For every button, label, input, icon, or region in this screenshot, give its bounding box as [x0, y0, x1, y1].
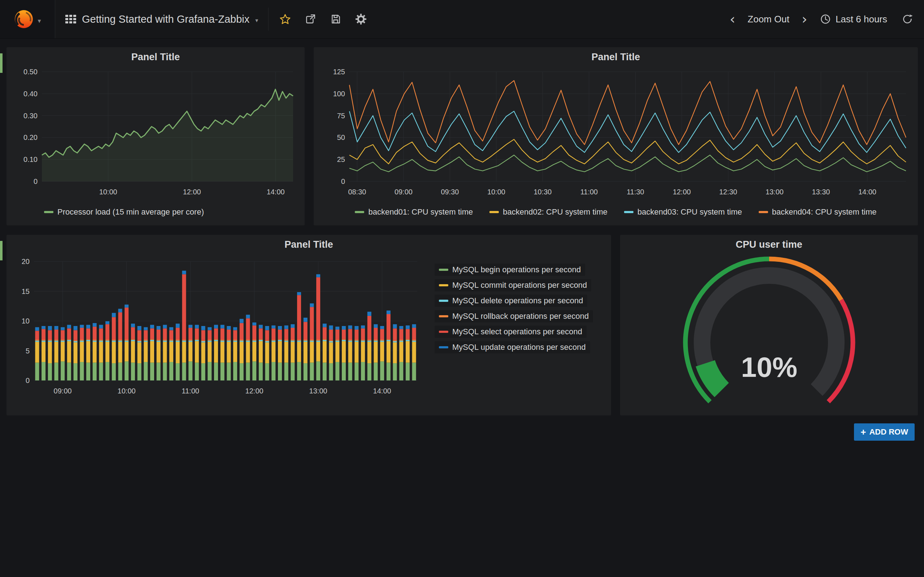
svg-text:10:30: 10:30 [533, 188, 551, 196]
dashboard-settings-button[interactable] [353, 10, 369, 28]
legend-item-backend01-cpu-system-time[interactable]: backend01: CPU system time [355, 207, 473, 217]
svg-text:5: 5 [26, 347, 30, 355]
legend-item-mysql-begin-operations-per-second[interactable]: MySQL begin operations per second [435, 264, 585, 276]
legend-item-mysql-select-operations-per-second[interactable]: MySQL select operations per second [435, 326, 586, 338]
legend-label: backend03: CPU system time [637, 207, 742, 217]
star-icon [279, 13, 291, 25]
dashboard-actions [268, 10, 378, 28]
legend-color-dash [489, 211, 499, 213]
row-collapse-handle[interactable] [0, 53, 3, 73]
legend-label: backend04: CPU system time [772, 207, 877, 217]
legend-label: Processor load (15 min average per core) [57, 207, 204, 217]
chevron-left-icon: ‹ [728, 12, 737, 26]
legend-label: MySQL rollback operations per second [452, 311, 589, 321]
svg-text:10%: 10% [741, 351, 797, 383]
clock-icon [820, 13, 831, 25]
svg-text:08:30: 08:30 [348, 188, 366, 196]
svg-text:0.40: 0.40 [23, 90, 37, 98]
legend-item-backend02-cpu-system-time[interactable]: backend02: CPU system time [489, 207, 607, 217]
mysql-operations-chart[interactable]: 0510152009:0010:0011:0012:0013:0014:00 [9, 256, 424, 400]
legend-item-backend04-cpu-system-time[interactable]: backend04: CPU system time [759, 207, 877, 217]
legend-color-dash [759, 211, 768, 213]
panel-title[interactable]: Panel Title [6, 47, 305, 67]
panel-title[interactable]: Panel Title [6, 235, 611, 254]
svg-text:25: 25 [337, 155, 345, 163]
svg-text:10: 10 [22, 317, 30, 325]
time-forward-button[interactable]: › [796, 10, 813, 28]
svg-text:15: 15 [22, 287, 30, 295]
share-dashboard-button[interactable] [302, 10, 318, 28]
svg-text:14:00: 14:00 [373, 387, 391, 395]
title-dropdown-caret-icon: ▾ [255, 17, 258, 24]
star-dashboard-button[interactable] [277, 10, 293, 28]
svg-text:12:00: 12:00 [246, 387, 263, 395]
share-icon [304, 13, 317, 25]
legend-color-dash [439, 346, 448, 348]
svg-text:0.20: 0.20 [23, 134, 37, 141]
navbar: ▾ Getting Started with Grafana-Zabbix ▾ [0, 0, 924, 39]
legend-label: backend02: CPU system time [503, 207, 607, 217]
save-dashboard-button[interactable] [328, 10, 344, 28]
legend-item-mysql-update-operations-per-second[interactable]: MySQL update operations per second [435, 341, 590, 353]
legend-label: MySQL update operations per second [452, 343, 586, 352]
legend-color-dash [624, 211, 633, 213]
panel-title[interactable]: CPU user time [620, 235, 918, 254]
cpu-system-time-chart[interactable]: 025507510012508:3009:0009:3010:0010:3011… [318, 67, 914, 201]
legend-label: backend01: CPU system time [368, 207, 473, 217]
legend-item-mysql-rollback-operations-per-second[interactable]: MySQL rollback operations per second [435, 310, 593, 322]
svg-text:14:00: 14:00 [858, 188, 876, 196]
svg-text:12:00: 12:00 [183, 188, 201, 196]
svg-text:09:00: 09:00 [54, 387, 72, 395]
legend-color-dash [439, 315, 448, 318]
panel-title[interactable]: Panel Title [313, 47, 918, 67]
legend-item-mysql-commit-operations-per-second[interactable]: MySQL commit operations per second [435, 279, 591, 292]
processor-load-legend: Processor load (15 min average per core) [6, 201, 305, 217]
svg-text:10:00: 10:00 [487, 188, 505, 196]
refresh-dashboard-button[interactable] [900, 10, 915, 28]
legend-label: MySQL begin operations per second [452, 265, 581, 274]
dashboard-title: Getting Started with Grafana-Zabbix [82, 13, 249, 25]
dashboard-title-dropdown[interactable]: Getting Started with Grafana-Zabbix ▾ [55, 0, 268, 38]
svg-text:125: 125 [333, 68, 345, 76]
zoom-out-button[interactable]: Zoom Out [745, 14, 792, 25]
add-row-button[interactable]: + ADD ROW [854, 423, 914, 441]
legend-color-dash [439, 269, 448, 271]
logo-dropdown-caret-icon: ▾ [37, 17, 41, 24]
panel-mysql-operations: Panel Title 0510152009:0010:0011:0012:00… [6, 235, 611, 416]
plus-icon: + [861, 428, 866, 436]
legend-label: MySQL delete operations per second [452, 296, 583, 305]
time-range-picker-button[interactable]: Last 6 hours [817, 13, 889, 25]
chevron-right-icon: › [800, 12, 809, 26]
grafana-logo-icon [14, 9, 34, 29]
zoom-out-label: Zoom Out [748, 14, 789, 25]
refresh-icon [901, 13, 913, 25]
mysql-operations-legend: MySQL begin operations per secondMySQL c… [424, 254, 593, 353]
svg-text:09:30: 09:30 [441, 188, 459, 196]
svg-text:20: 20 [22, 258, 30, 266]
row-collapse-handle[interactable] [0, 241, 3, 260]
legend-color-dash [439, 331, 448, 333]
svg-text:14:00: 14:00 [267, 188, 285, 196]
dashboard-grid-icon [65, 15, 76, 23]
legend-label: MySQL commit operations per second [452, 280, 587, 290]
cpu-user-time-gauge[interactable]: 10% [625, 254, 914, 406]
svg-text:11:00: 11:00 [181, 387, 199, 395]
grafana-menu-button[interactable]: ▾ [0, 0, 55, 38]
svg-text:100: 100 [333, 90, 345, 98]
svg-text:12:30: 12:30 [719, 188, 737, 196]
svg-text:10:00: 10:00 [99, 188, 117, 196]
svg-text:09:00: 09:00 [394, 188, 412, 196]
time-range-label: Last 6 hours [835, 14, 887, 25]
legend-item-processor-load-15-min-average-per-core[interactable]: Processor load (15 min average per core) [44, 207, 204, 217]
legend-label: MySQL select operations per second [452, 327, 582, 337]
svg-text:0: 0 [341, 177, 345, 185]
panel-cpu-system-time: Panel Title 025507510012508:3009:0009:30… [313, 47, 918, 226]
legend-item-backend03-cpu-system-time[interactable]: backend03: CPU system time [624, 207, 742, 217]
add-row-label: ADD ROW [869, 427, 908, 437]
legend-color-dash [439, 284, 448, 286]
processor-load-chart[interactable]: 00.100.200.300.400.5010:0012:0014:00 [10, 67, 301, 201]
dashboard-row-2: Panel Title 0510152009:0010:0011:0012:00… [6, 235, 918, 416]
panel-processor-load: Panel Title 00.100.200.300.400.5010:0012… [6, 47, 305, 226]
time-back-button[interactable]: ‹ [724, 10, 740, 28]
legend-item-mysql-delete-operations-per-second[interactable]: MySQL delete operations per second [435, 295, 587, 307]
